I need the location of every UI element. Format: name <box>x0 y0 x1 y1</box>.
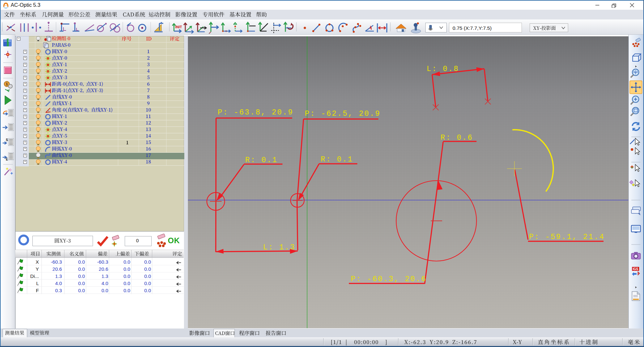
svg-text:INIT: INIT <box>175 25 182 29</box>
svg-text:P: -63.8, 20.9: P: -63.8, 20.9 <box>218 108 293 117</box>
svg-text:E: E <box>6 158 8 161</box>
svg-text:R: 0.1: R: 0.1 <box>245 156 278 164</box>
svg-text:L: 0.8: L: 0.8 <box>427 65 459 73</box>
svg-text:P: -59.1, 21.4: P: -59.1, 21.4 <box>529 233 605 241</box>
svg-text:S: S <box>6 138 8 142</box>
svg-text:R: 0.1: R: 0.1 <box>321 155 353 164</box>
svg-text:IGS: IGS <box>633 267 638 271</box>
svg-text:P: -62.5, 20.9: P: -62.5, 20.9 <box>305 110 381 118</box>
svg-text:P: -60.3, 20.6: P: -60.3, 20.6 <box>351 275 427 283</box>
svg-text:L: 1.3: L: 1.3 <box>263 243 295 252</box>
svg-text:R: 0.6: R: 0.6 <box>441 134 473 142</box>
svg-text:1: 1 <box>6 82 8 86</box>
